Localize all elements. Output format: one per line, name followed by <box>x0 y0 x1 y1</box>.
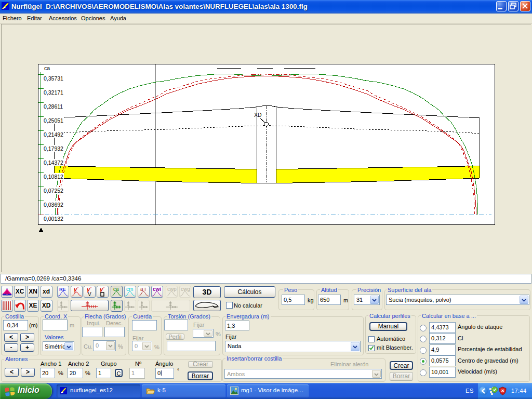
svg-text:0,17932: 0,17932 <box>44 145 63 152</box>
svg-text:0,00132: 0,00132 <box>44 216 63 222</box>
svg-text:0,28611: 0,28611 <box>44 103 63 110</box>
svg-text:0,21492: 0,21492 <box>44 131 63 138</box>
svg-text:0,32171: 0,32171 <box>44 89 63 96</box>
svg-text:0,35731: 0,35731 <box>44 75 63 82</box>
svg-text:0,03692: 0,03692 <box>44 202 63 208</box>
svg-text:0,07252: 0,07252 <box>44 188 63 194</box>
svg-text:0,25051: 0,25051 <box>44 117 63 124</box>
svg-text:0,10812: 0,10812 <box>44 174 63 180</box>
svg-text:0,14372: 0,14372 <box>44 159 63 166</box>
svg-text:ca: ca <box>44 65 50 71</box>
svg-text:XD: XD <box>254 112 262 118</box>
